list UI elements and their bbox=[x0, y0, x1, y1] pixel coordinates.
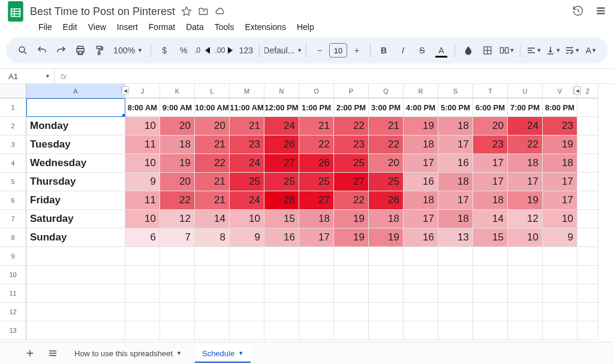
cell-a1-selected[interactable] bbox=[26, 98, 125, 117]
cell[interactable] bbox=[26, 247, 125, 266]
cell[interactable]: 16 bbox=[264, 228, 299, 247]
cell[interactable]: 10 bbox=[230, 210, 264, 228]
cell[interactable] bbox=[577, 173, 598, 191]
font-size-input[interactable]: 10 bbox=[329, 43, 347, 58]
cell[interactable]: 22 bbox=[369, 136, 404, 154]
cell[interactable] bbox=[195, 266, 230, 284]
cell[interactable] bbox=[264, 321, 299, 340]
cell[interactable] bbox=[508, 303, 543, 321]
spreadsheet-grid[interactable]: 12345678910111213A▶J◀KLMNOPQRSTUV▶Z◀8:00… bbox=[0, 84, 614, 349]
cell[interactable]: 17 bbox=[299, 228, 334, 247]
cell[interactable] bbox=[577, 98, 598, 117]
row-header[interactable]: 12 bbox=[0, 303, 26, 321]
cell[interactable] bbox=[369, 284, 404, 303]
cell[interactable] bbox=[334, 266, 369, 284]
column-header[interactable]: N bbox=[264, 84, 299, 98]
cell[interactable] bbox=[508, 284, 543, 303]
cell[interactable]: 15 bbox=[473, 228, 508, 247]
cell[interactable]: 17 bbox=[473, 154, 508, 173]
cell[interactable]: 27 bbox=[334, 173, 369, 191]
fill-color-icon[interactable] bbox=[460, 42, 477, 59]
cell[interactable]: 19 bbox=[160, 154, 195, 173]
cell[interactable]: 21 bbox=[195, 191, 230, 210]
cell[interactable]: 9 bbox=[543, 228, 577, 247]
cell[interactable]: 22 bbox=[508, 136, 543, 154]
cell[interactable] bbox=[264, 303, 299, 321]
cell[interactable]: 18 bbox=[438, 117, 473, 136]
cell[interactable]: 18 bbox=[160, 136, 195, 154]
cell[interactable] bbox=[334, 303, 369, 321]
cell[interactable] bbox=[473, 247, 508, 266]
cell[interactable] bbox=[577, 154, 598, 173]
row-header[interactable]: 1 bbox=[0, 98, 26, 117]
cell[interactable] bbox=[473, 266, 508, 284]
cell[interactable]: 14 bbox=[473, 210, 508, 228]
cell[interactable] bbox=[369, 303, 404, 321]
text-color-icon[interactable]: A bbox=[433, 42, 450, 59]
menu-data[interactable]: Data bbox=[181, 20, 209, 34]
cell[interactable]: 22 bbox=[334, 191, 369, 210]
cell[interactable]: 17 bbox=[508, 173, 543, 191]
cell[interactable] bbox=[264, 284, 299, 303]
row-header[interactable]: 3 bbox=[0, 136, 26, 154]
cell[interactable] bbox=[577, 191, 598, 210]
cell[interactable] bbox=[369, 321, 404, 340]
cell[interactable]: 27 bbox=[299, 191, 334, 210]
cell[interactable] bbox=[473, 321, 508, 340]
cell[interactable]: 16 bbox=[404, 228, 438, 247]
cell[interactable] bbox=[577, 210, 598, 228]
cell[interactable]: 21 bbox=[195, 173, 230, 191]
row-header[interactable]: 13 bbox=[0, 321, 26, 340]
increase-font-icon[interactable]: + bbox=[348, 42, 365, 59]
cell[interactable] bbox=[160, 247, 195, 266]
cell[interactable] bbox=[230, 247, 264, 266]
cell[interactable]: 18 bbox=[438, 173, 473, 191]
cell[interactable]: 26 bbox=[264, 136, 299, 154]
cell[interactable] bbox=[404, 303, 438, 321]
cell[interactable]: 18 bbox=[404, 136, 438, 154]
cell[interactable] bbox=[160, 284, 195, 303]
history-icon[interactable] bbox=[572, 5, 584, 19]
menu-help[interactable]: Help bbox=[292, 20, 319, 34]
cell[interactable] bbox=[264, 266, 299, 284]
cell[interactable] bbox=[508, 321, 543, 340]
zoom-dropdown[interactable]: 100% ▼ bbox=[110, 42, 146, 59]
cell[interactable] bbox=[230, 266, 264, 284]
cell[interactable]: 24 bbox=[264, 117, 299, 136]
cell[interactable]: 6:00 PM bbox=[473, 98, 508, 117]
cell[interactable] bbox=[404, 247, 438, 266]
cell[interactable]: 18 bbox=[369, 210, 404, 228]
row-header[interactable]: 2 bbox=[0, 117, 26, 136]
text-rotation-icon[interactable]: A▼ bbox=[583, 42, 600, 59]
cell[interactable]: 17 bbox=[438, 136, 473, 154]
cell[interactable] bbox=[125, 321, 160, 340]
cell[interactable]: 9 bbox=[230, 228, 264, 247]
cell[interactable] bbox=[334, 247, 369, 266]
cell[interactable]: 25 bbox=[230, 173, 264, 191]
cell[interactable]: 22 bbox=[195, 154, 230, 173]
cell[interactable] bbox=[264, 247, 299, 266]
menu-file[interactable]: File bbox=[34, 20, 57, 34]
column-header[interactable]: P bbox=[334, 84, 369, 98]
cell[interactable]: 12:00 PM bbox=[264, 98, 299, 117]
cell[interactable]: 9:00 AM bbox=[160, 98, 195, 117]
column-header[interactable]: S bbox=[438, 84, 473, 98]
cell[interactable]: 17 bbox=[543, 173, 577, 191]
cell[interactable]: 24 bbox=[508, 117, 543, 136]
cell[interactable]: 23 bbox=[334, 136, 369, 154]
cell[interactable]: 6 bbox=[125, 228, 160, 247]
cell[interactable] bbox=[26, 321, 125, 340]
cell[interactable] bbox=[577, 228, 598, 247]
column-header[interactable]: A▶ bbox=[26, 84, 125, 98]
cell[interactable] bbox=[438, 266, 473, 284]
cell[interactable] bbox=[230, 284, 264, 303]
cell[interactable]: 8:00 AM bbox=[125, 98, 160, 117]
menu-extensions[interactable]: Extensions bbox=[240, 20, 290, 34]
cell[interactable]: 10 bbox=[125, 154, 160, 173]
cell[interactable]: Tuesday bbox=[26, 136, 125, 154]
cell[interactable] bbox=[160, 266, 195, 284]
cell[interactable] bbox=[438, 247, 473, 266]
cell[interactable]: 22 bbox=[334, 117, 369, 136]
font-family-dropdown[interactable]: Defaul... ▼ bbox=[264, 42, 301, 59]
cell[interactable]: 23 bbox=[543, 117, 577, 136]
